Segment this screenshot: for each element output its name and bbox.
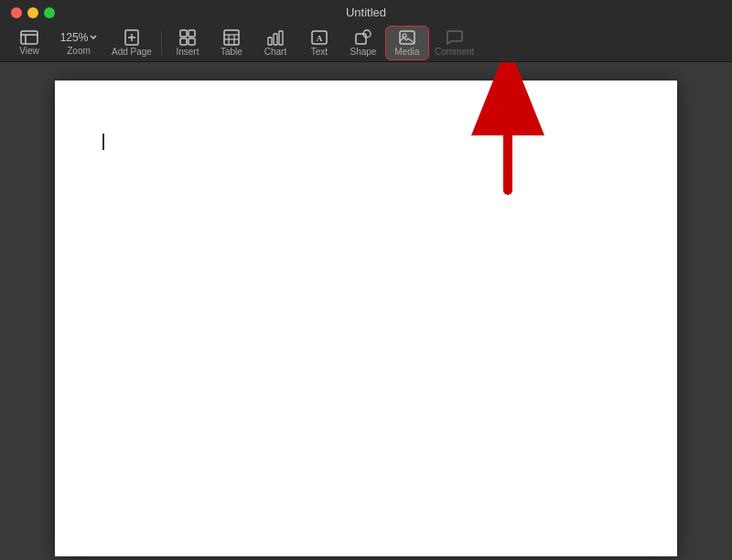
separator-1 (161, 30, 162, 56)
media-label: Media (394, 48, 419, 57)
insert-label: Insert (176, 48, 199, 57)
document-page[interactable] (55, 81, 677, 556)
title-bar: Untitled View 125% Zoom (0, 0, 732, 62)
insert-icon (179, 29, 196, 46)
comment-icon (447, 29, 463, 46)
shape-button[interactable]: Shape (341, 26, 385, 60)
svg-rect-8 (180, 38, 187, 45)
table-label: Table (221, 48, 242, 57)
maximize-button[interactable] (44, 7, 55, 18)
toolbar: View 125% Zoom Add Page (0, 26, 732, 61)
text-button[interactable]: A Text (297, 26, 341, 60)
zoom-button[interactable]: 125% Zoom (51, 26, 106, 60)
view-icon (20, 30, 38, 45)
zoom-value: 125% (60, 31, 98, 44)
view-button[interactable]: View (7, 26, 51, 60)
chart-icon (267, 29, 284, 46)
media-icon (399, 29, 415, 46)
comment-label: Comment (435, 48, 474, 57)
text-label: Text (311, 48, 328, 57)
svg-rect-10 (224, 30, 239, 45)
add-page-icon (124, 29, 140, 46)
chart-label: Chart (264, 48, 286, 57)
svg-rect-15 (268, 38, 272, 45)
table-icon (223, 29, 240, 46)
traffic-lights-row: Untitled (0, 0, 732, 26)
media-button[interactable]: Media (385, 26, 429, 60)
canvas-area (0, 62, 732, 560)
text-cursor (102, 134, 104, 150)
minimize-button[interactable] (27, 7, 38, 18)
shape-label: Shape (350, 48, 376, 57)
table-button[interactable]: Table (210, 26, 253, 60)
window-title: Untitled (346, 5, 386, 19)
chart-button[interactable]: Chart (253, 26, 297, 60)
svg-rect-9 (188, 38, 195, 45)
text-icon: A (311, 29, 328, 46)
add-page-label: Add Page (112, 48, 152, 57)
svg-rect-16 (274, 34, 277, 45)
shape-icon (355, 29, 371, 46)
svg-point-23 (403, 34, 406, 38)
svg-rect-20 (356, 34, 366, 44)
svg-rect-17 (279, 31, 283, 45)
svg-rect-0 (21, 31, 38, 44)
insert-button[interactable]: Insert (166, 26, 210, 60)
comment-button[interactable]: Comment (429, 26, 479, 60)
svg-text:A: A (317, 34, 323, 43)
close-button[interactable] (11, 7, 22, 18)
svg-rect-6 (180, 30, 187, 37)
view-label: View (19, 47, 39, 56)
svg-rect-7 (188, 30, 195, 37)
traffic-lights (11, 7, 55, 18)
chevron-down-icon (90, 35, 97, 39)
add-page-button[interactable]: Add Page (106, 26, 157, 60)
zoom-label: Zoom (67, 46, 91, 56)
